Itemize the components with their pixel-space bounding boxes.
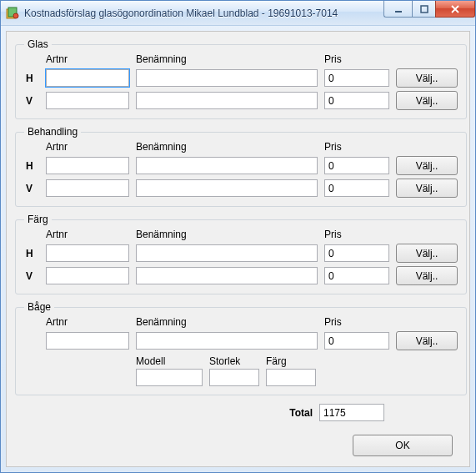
eye-label-v: V: [24, 95, 39, 107]
eye-label-v: V: [24, 270, 39, 282]
header-benamning: Benämning: [136, 53, 318, 65]
farg-h-artnr[interactable]: [46, 244, 129, 262]
group-bage-legend: Båge: [24, 301, 54, 313]
farg-v-benamning[interactable]: [136, 267, 318, 284]
group-behandling-legend: Behandling: [24, 126, 81, 138]
group-behandling: Behandling Artnr Benämning Pris H Välj..…: [15, 126, 467, 207]
behandling-row-h: H Välj..: [24, 156, 458, 175]
glas-row-v: V Välj..: [24, 91, 458, 110]
header-artnr: Artnr: [46, 229, 129, 240]
header-pris: Pris: [324, 316, 389, 328]
group-farg-legend: Färg: [24, 214, 52, 225]
bage-benamning[interactable]: [136, 332, 318, 350]
farg-v-pris[interactable]: [324, 267, 389, 284]
behandling-h-benamning[interactable]: [136, 157, 318, 174]
farg-v-valj-button[interactable]: Välj..: [396, 266, 458, 285]
window-title: Kostnadsförslag glasögonordination Mikae…: [24, 8, 338, 19]
glas-h-pris[interactable]: [324, 69, 389, 87]
minimize-button[interactable]: [383, 1, 412, 18]
header-benamning: Benämning: [136, 141, 318, 153]
bage-valj-button[interactable]: Välj..: [396, 331, 458, 350]
svg-rect-3: [395, 11, 402, 13]
group-bage: Båge Artnr Benämning Pris Välj.. Modell …: [15, 301, 467, 395]
glas-row-h: H Välj..: [24, 68, 458, 88]
glas-v-valj-button[interactable]: Välj..: [396, 91, 458, 110]
behandling-h-artnr[interactable]: [46, 157, 129, 174]
header-pris: Pris: [324, 141, 389, 153]
farg-h-benamning[interactable]: [136, 244, 318, 262]
svg-rect-4: [421, 6, 428, 13]
window-buttons: [383, 1, 475, 18]
glas-h-valj-button[interactable]: Välj..: [396, 68, 458, 88]
behandling-v-benamning[interactable]: [136, 179, 318, 197]
bage-storlek[interactable]: [209, 369, 259, 386]
behandling-v-pris[interactable]: [324, 179, 389, 197]
client-area: Glas Artnr Benämning Pris H Välj.. V: [6, 31, 470, 467]
glas-v-artnr[interactable]: [46, 92, 129, 109]
behandling-row-v: V Välj..: [24, 179, 458, 198]
total-value[interactable]: [319, 404, 384, 421]
window: Kostnadsförslag glasögonordination Mikae…: [0, 0, 476, 473]
ok-button[interactable]: OK: [353, 435, 453, 456]
glas-h-benamning[interactable]: [136, 69, 318, 87]
label-farg: Färg: [266, 355, 316, 367]
eye-label-h: H: [24, 160, 39, 172]
header-pris: Pris: [324, 229, 389, 240]
behandling-h-pris[interactable]: [324, 157, 389, 174]
bage-farg[interactable]: [266, 369, 316, 386]
farg-h-pris[interactable]: [324, 244, 389, 262]
header-artnr: Artnr: [46, 53, 129, 65]
farg-v-artnr[interactable]: [46, 267, 129, 284]
eye-label-h: H: [24, 73, 39, 84]
header-pris: Pris: [324, 53, 389, 65]
label-storlek: Storlek: [209, 355, 259, 367]
farg-h-valj-button[interactable]: Välj..: [396, 244, 458, 263]
bage-artnr[interactable]: [46, 332, 129, 350]
eye-label-v: V: [24, 183, 39, 194]
eye-label-h: H: [24, 248, 39, 259]
header-benamning: Benämning: [136, 229, 318, 240]
label-modell: Modell: [136, 355, 203, 367]
header-artnr: Artnr: [46, 316, 129, 328]
bage-modell[interactable]: [136, 369, 203, 386]
group-farg: Färg Artnr Benämning Pris H Välj.. V: [15, 214, 467, 294]
app-icon: [6, 7, 19, 20]
behandling-v-valj-button[interactable]: Välj..: [396, 179, 458, 198]
bage-pris[interactable]: [324, 332, 389, 350]
titlebar: Kostnadsförslag glasögonordination Mikae…: [1, 1, 475, 26]
header-benamning: Benämning: [136, 316, 318, 328]
glas-h-artnr[interactable]: [46, 69, 129, 87]
bage-row: Välj..: [24, 331, 458, 350]
farg-row-v: V Välj..: [24, 266, 458, 285]
total-label: Total: [271, 407, 313, 419]
maximize-button[interactable]: [412, 1, 435, 18]
group-glas-legend: Glas: [24, 38, 52, 50]
farg-row-h: H Välj..: [24, 244, 458, 263]
glas-v-pris[interactable]: [324, 92, 389, 109]
total-row: Total: [23, 404, 453, 421]
behandling-v-artnr[interactable]: [46, 179, 129, 197]
group-glas: Glas Artnr Benämning Pris H Välj.. V: [15, 38, 467, 119]
svg-point-2: [13, 13, 18, 18]
close-button[interactable]: [435, 1, 475, 18]
header-artnr: Artnr: [46, 141, 129, 153]
behandling-h-valj-button[interactable]: Välj..: [396, 156, 458, 175]
glas-v-benamning[interactable]: [136, 92, 318, 109]
